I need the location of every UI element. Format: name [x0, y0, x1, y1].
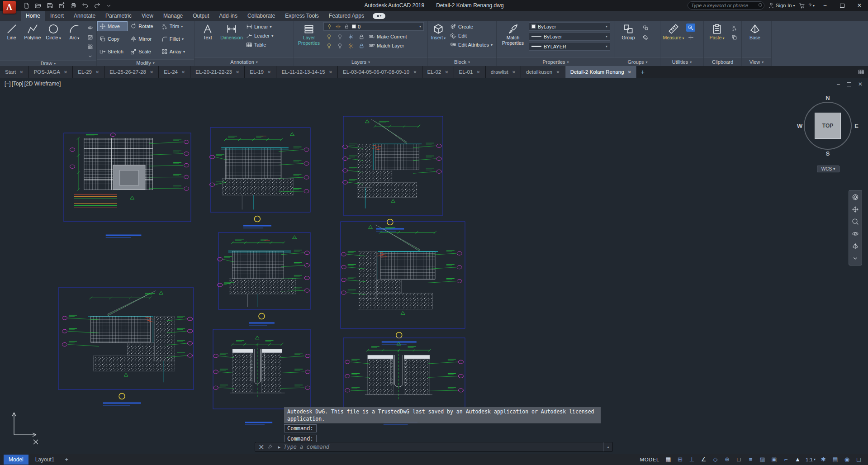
ribbon-tab[interactable]: Add-ins	[214, 11, 242, 21]
application-menu-button[interactable]: A	[3, 1, 16, 14]
panel-label-groups[interactable]: Groups	[615, 57, 660, 66]
ribbon-tab[interactable]: Express Tools	[280, 11, 323, 21]
modify-tool-button[interactable]: Array	[160, 47, 189, 56]
polyline-button[interactable]: Polyline	[23, 22, 42, 41]
panel-label-block[interactable]: Block	[428, 57, 496, 66]
file-tab[interactable]: EL-01 ✕	[454, 66, 486, 78]
minimize-button[interactable]: –	[818, 1, 832, 10]
ribbon-tab[interactable]: Output	[188, 11, 214, 21]
pan-icon[interactable]	[850, 205, 860, 214]
file-tab[interactable]: EL-19 ✕	[245, 66, 276, 78]
save-as-button[interactable]	[56, 1, 67, 10]
ribbon-tab[interactable]: Featured Apps	[324, 11, 369, 21]
ribbon-tab[interactable]: Parametric	[100, 11, 137, 21]
file-tab[interactable]: drawlist ✕	[486, 66, 521, 78]
layer-isolate-button[interactable]	[335, 33, 344, 41]
object-snap-tracking-icon[interactable]: ※	[723, 456, 731, 463]
group-button[interactable]: Group	[617, 22, 640, 41]
quick-select-button[interactable]	[686, 24, 695, 32]
clean-screen-icon[interactable]: ◻	[855, 456, 863, 463]
modify-tool-button[interactable]: Move	[98, 22, 127, 31]
modify-tool-button[interactable]: Mirror	[128, 34, 158, 43]
help-button[interactable]: ?▾	[809, 3, 815, 8]
panel-label-layers[interactable]: Layers	[294, 57, 427, 66]
quick-access-menu-button[interactable]	[103, 1, 114, 10]
model-space-indicator[interactable]: MODEL	[640, 457, 659, 462]
measure-button[interactable]: Measure	[662, 22, 685, 41]
panel-label-draw[interactable]: Draw	[0, 60, 96, 66]
viewport-control[interactable]: [2D Wireframe]	[24, 81, 61, 87]
make-current-button[interactable]: Make Current	[367, 32, 409, 41]
save-button[interactable]	[44, 1, 55, 10]
file-tab-close-icon[interactable]: ✕	[556, 70, 560, 75]
block-tool-button[interactable]: Edit Attributes	[448, 40, 494, 49]
file-tab-close-icon[interactable]: ✕	[236, 70, 239, 75]
file-tab-close-icon[interactable]: ✕	[150, 70, 153, 75]
group-edit-button[interactable]	[641, 33, 650, 41]
file-tab-close-icon[interactable]: ✕	[413, 70, 417, 75]
file-tab-close-icon[interactable]: ✕	[95, 70, 99, 75]
viewcube-west[interactable]: W	[797, 123, 802, 129]
command-close-icon[interactable]: ✕	[258, 443, 264, 451]
close-button[interactable]: ✕	[853, 1, 866, 10]
file-tab[interactable]: POS-JAGA ✕	[29, 66, 73, 78]
navbar-menu-icon[interactable]	[850, 254, 860, 263]
match-properties-button[interactable]: Match Properties	[498, 22, 527, 46]
lineweight-icon[interactable]: ≡	[747, 456, 754, 463]
text-button[interactable]: Text	[196, 22, 219, 41]
modify-tool-button[interactable]: Fillet	[160, 34, 189, 43]
layer-unisolate-button[interactable]	[335, 42, 344, 50]
selection-cycling-icon[interactable]: ▣	[770, 456, 778, 463]
dynamic-ucs-icon[interactable]: ⌐	[782, 456, 790, 463]
plot-button[interactable]	[68, 1, 79, 10]
base-view-button[interactable]: Base	[744, 22, 766, 41]
viewcube-south[interactable]: S	[826, 150, 830, 157]
copy-clip-button[interactable]	[730, 33, 739, 41]
ribbon-options-button[interactable]: ▾	[373, 13, 385, 19]
zoom-icon[interactable]	[850, 217, 860, 226]
new-file-button[interactable]	[21, 1, 32, 10]
ribbon-tab[interactable]: Collaborate	[242, 11, 280, 21]
file-tab[interactable]: EL-29 ✕	[73, 66, 104, 78]
file-tab-close-icon[interactable]: ✕	[19, 70, 23, 75]
annotation-monitor-icon[interactable]: ▤	[831, 456, 839, 463]
viewcube-north[interactable]: N	[825, 95, 830, 101]
panel-label-utilities[interactable]: Utilities	[660, 57, 703, 66]
search-input[interactable]	[691, 3, 756, 8]
annotation-tool-button[interactable]: Leader	[244, 31, 275, 40]
detail-view[interactable]	[218, 232, 310, 325]
viewport-control[interactable]: [−]	[5, 81, 11, 87]
file-tab-close-icon[interactable]: ✕	[181, 70, 185, 75]
match-layer-button[interactable]: Match Layer	[367, 41, 409, 50]
layer-thaw-button[interactable]	[346, 42, 355, 50]
layer-on-button[interactable]	[324, 42, 333, 50]
file-tab[interactable]: Start ✕	[0, 66, 29, 78]
maximize-button[interactable]	[835, 1, 849, 10]
ribbon-tab[interactable]: View	[137, 11, 158, 21]
object-color-dropdown[interactable]: ByLayer ▾	[529, 22, 610, 31]
cut-button[interactable]	[730, 24, 739, 32]
modify-tool-button[interactable]: Scale	[128, 47, 158, 56]
transparency-icon[interactable]: ▨	[759, 456, 766, 463]
undo-button[interactable]	[80, 1, 90, 10]
viewcube-top-face[interactable]: TOP	[815, 113, 841, 139]
workspace-switching-icon[interactable]: ✱	[820, 456, 827, 463]
layer-unlock-button[interactable]	[357, 42, 366, 50]
redo-button[interactable]	[91, 1, 102, 10]
layer-freeze-button[interactable]	[346, 33, 355, 41]
lineweight-dropdown[interactable]: BYLAYER ▾	[529, 42, 610, 51]
wcs-menu[interactable]: WCS ▾	[817, 166, 840, 172]
circle-button[interactable]: Circle	[44, 22, 63, 41]
draw-expand-button[interactable]	[85, 52, 95, 60]
sign-in-button[interactable]: Sign In ▾	[768, 2, 795, 9]
drawing-close-button[interactable]: ✕	[858, 81, 863, 87]
panel-label-view[interactable]: View	[742, 57, 771, 66]
new-drawing-button[interactable]: +	[637, 66, 649, 78]
block-tool-button[interactable]: Edit	[448, 31, 494, 40]
id-point-button[interactable]	[686, 33, 695, 41]
detail-view[interactable]	[210, 128, 310, 228]
draw-gradient-button[interactable]	[85, 43, 95, 51]
viewport-control[interactable]: [Top]	[12, 81, 24, 87]
file-tab[interactable]: EL-24 ✕	[159, 66, 190, 78]
annotation-tool-button[interactable]: Table	[244, 40, 275, 49]
